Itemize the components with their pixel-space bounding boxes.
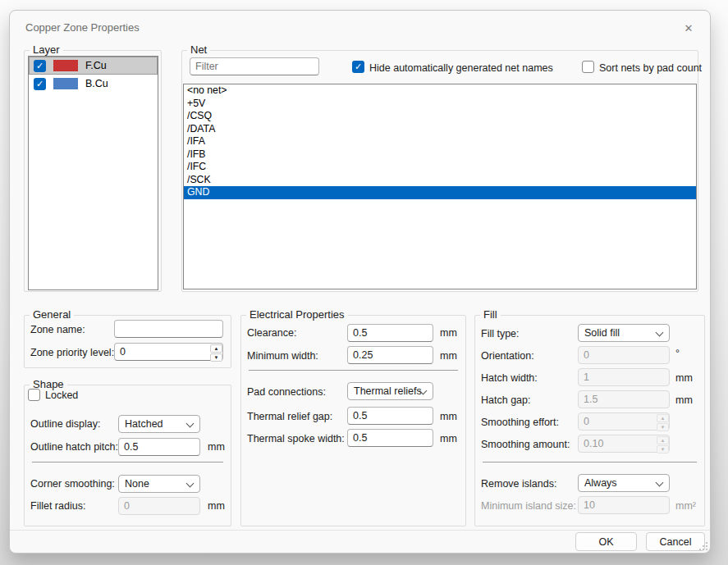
spin-down-icon: ▼ bbox=[657, 423, 669, 431]
net-item-selected[interactable]: GND bbox=[184, 186, 696, 199]
net-item[interactable]: /SCK bbox=[184, 174, 696, 187]
layer-group-label: Layer bbox=[30, 43, 63, 57]
net-item[interactable]: /IFB bbox=[184, 148, 696, 162]
net-item[interactable]: /IFA bbox=[184, 135, 696, 148]
outline-display-value: Hatched bbox=[125, 418, 163, 430]
layer-fcu-checkbox[interactable]: ✓ bbox=[34, 60, 46, 72]
chevron-down-icon bbox=[656, 479, 664, 487]
fill-type-dropdown[interactable]: Solid fill bbox=[578, 324, 670, 342]
min-width-unit: mm bbox=[440, 349, 457, 362]
corner-smoothing-label: Corner smoothing: bbox=[30, 477, 115, 490]
net-list: <no net> +5V /CSQ /DATA /IFA /IFB /IFC /… bbox=[183, 84, 697, 289]
net-group-label: Net bbox=[187, 43, 210, 57]
min-island-size-input bbox=[578, 496, 670, 514]
spin-down-icon: ▼ bbox=[657, 445, 669, 453]
fillet-radius-unit: mm bbox=[208, 499, 225, 513]
smoothing-effort-spinner: ▲ ▼ bbox=[657, 414, 669, 429]
hatch-pitch-label: Outline hatch pitch: bbox=[30, 440, 118, 453]
layer-list: ✓ F.Cu ✓ B.Cu bbox=[28, 56, 158, 290]
fillet-radius-input bbox=[118, 497, 200, 515]
remove-islands-value: Always bbox=[584, 477, 617, 489]
orientation-unit: ° bbox=[675, 347, 680, 360]
clearance-input[interactable] bbox=[347, 324, 433, 342]
thermal-spoke-width-input[interactable] bbox=[347, 429, 433, 447]
min-width-input[interactable] bbox=[347, 346, 433, 364]
fill-hatch-gap-label: Hatch gap: bbox=[481, 394, 530, 407]
layer-row-bcu[interactable]: ✓ B.Cu bbox=[29, 75, 158, 93]
chevron-down-icon bbox=[656, 329, 664, 337]
smoothing-amount-label: Smoothing amount: bbox=[481, 438, 570, 451]
copper-zone-properties-dialog: Copper Zone Properties ✕ Layer ✓ F.Cu ✓ … bbox=[9, 10, 711, 554]
layer-fcu-label: F.Cu bbox=[85, 60, 107, 71]
spin-up-icon[interactable]: ▲ bbox=[210, 344, 222, 353]
layer-fcu-color-swatch bbox=[53, 60, 78, 71]
pad-connections-dropdown[interactable]: Thermal reliefs bbox=[347, 382, 433, 400]
zone-name-label: Zone name: bbox=[30, 323, 85, 336]
clearance-label: Clearance: bbox=[247, 326, 296, 339]
corner-smoothing-value: None bbox=[125, 478, 149, 490]
remove-islands-dropdown[interactable]: Always bbox=[578, 474, 670, 492]
min-island-size-unit: mm² bbox=[675, 499, 696, 513]
layer-bcu-checkbox[interactable]: ✓ bbox=[34, 78, 46, 90]
hide-auto-nets-checkbox[interactable]: ✓ bbox=[352, 61, 364, 73]
zone-name-input[interactable] bbox=[114, 320, 223, 338]
net-item[interactable]: /IFC bbox=[184, 161, 696, 174]
spin-up-icon: ▲ bbox=[657, 436, 669, 444]
electrical-group-label: Electrical Properties bbox=[246, 308, 348, 321]
sort-nets-label: Sort nets by pad count bbox=[599, 62, 702, 75]
hide-auto-nets-label: Hide automatically generated net names bbox=[369, 62, 553, 75]
fill-hatch-gap-unit: mm bbox=[675, 394, 693, 407]
resize-grip[interactable] bbox=[698, 541, 707, 550]
corner-smoothing-dropdown[interactable]: None bbox=[118, 475, 200, 493]
electrical-separator bbox=[249, 370, 458, 371]
layer-row-fcu[interactable]: ✓ F.Cu bbox=[29, 57, 158, 75]
spin-down-icon[interactable]: ▼ bbox=[210, 353, 222, 362]
chevron-down-icon bbox=[186, 480, 195, 488]
fill-separator bbox=[483, 462, 697, 462]
thermal-relief-gap-unit: mm bbox=[440, 410, 457, 423]
spin-up-icon: ▲ bbox=[657, 414, 669, 422]
zone-priority-label: Zone priority level: bbox=[30, 346, 114, 359]
smoothing-amount-spinner: ▲ ▼ bbox=[657, 436, 669, 451]
thermal-relief-gap-input[interactable] bbox=[347, 407, 433, 425]
fillet-radius-label: Fillet radius: bbox=[30, 499, 85, 513]
layer-bcu-label: B.Cu bbox=[85, 78, 108, 89]
bottom-separator bbox=[10, 530, 710, 531]
layer-bcu-color-swatch bbox=[53, 78, 78, 89]
fill-hatch-width-unit: mm bbox=[675, 371, 693, 385]
pad-connections-label: Pad connections: bbox=[247, 385, 326, 399]
fill-type-label: Fill type: bbox=[481, 327, 520, 340]
thermal-spoke-width-unit: mm bbox=[440, 432, 457, 445]
close-button[interactable]: ✕ bbox=[677, 18, 700, 38]
ok-button[interactable]: OK bbox=[575, 532, 637, 551]
smoothing-effort-label: Smoothing effort: bbox=[481, 416, 559, 429]
dialog-title: Copper Zone Properties bbox=[25, 21, 140, 34]
remove-islands-label: Remove islands: bbox=[481, 477, 556, 490]
clearance-unit: mm bbox=[440, 326, 457, 339]
hatch-pitch-input[interactable] bbox=[118, 438, 200, 456]
locked-checkbox[interactable] bbox=[28, 389, 40, 401]
net-item[interactable]: /CSQ bbox=[184, 110, 696, 123]
zone-priority-input[interactable] bbox=[114, 343, 223, 361]
fill-hatch-width-input bbox=[578, 368, 670, 386]
zone-priority-spinner: ▲ ▼ bbox=[210, 344, 222, 359]
close-icon: ✕ bbox=[685, 22, 694, 34]
net-item[interactable]: <no net> bbox=[184, 84, 696, 98]
outline-display-label: Outline display: bbox=[30, 417, 100, 431]
cancel-button[interactable]: Cancel bbox=[646, 532, 705, 551]
hatch-pitch-unit: mm bbox=[208, 440, 225, 453]
shape-separator bbox=[32, 462, 223, 462]
sort-nets-checkbox[interactable] bbox=[582, 61, 594, 73]
net-item[interactable]: /DATA bbox=[184, 123, 696, 136]
fill-hatch-width-label: Hatch width: bbox=[481, 371, 538, 385]
outline-display-dropdown[interactable]: Hatched bbox=[118, 415, 200, 433]
pad-connections-value: Thermal reliefs bbox=[354, 385, 422, 397]
fill-group-label: Fill bbox=[480, 308, 501, 321]
general-group-label: General bbox=[30, 308, 74, 321]
check-icon: ✓ bbox=[36, 79, 43, 89]
min-island-size-label: Minimum island size: bbox=[481, 499, 576, 513]
thermal-spoke-width-label: Thermal spoke width: bbox=[247, 432, 345, 445]
net-item[interactable]: +5V bbox=[184, 98, 696, 111]
locked-label: Locked bbox=[45, 389, 78, 402]
net-filter-input[interactable] bbox=[190, 57, 319, 75]
